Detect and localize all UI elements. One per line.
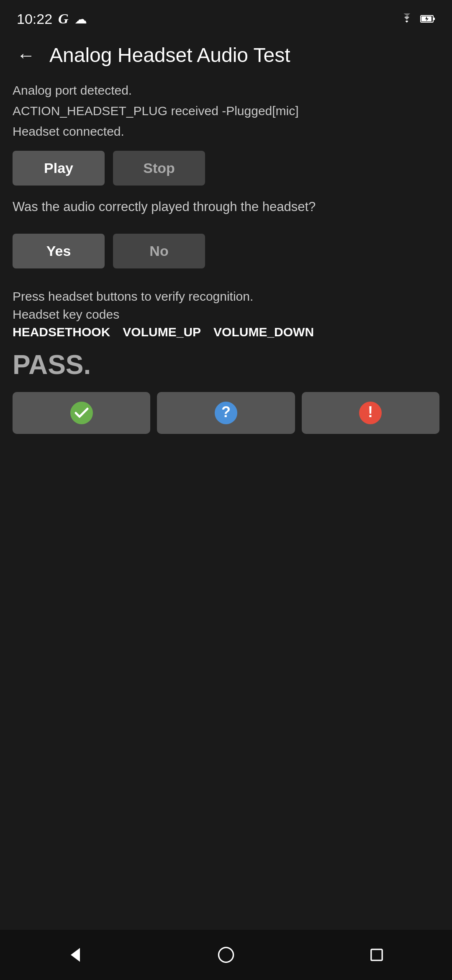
question-text: Was the audio correctly played through t… (13, 197, 439, 217)
svg-text:!: ! (368, 403, 373, 420)
log-line-3: Headset connected. (13, 122, 439, 141)
back-button[interactable]: ← (13, 46, 39, 64)
stop-button[interactable]: Stop (113, 151, 205, 186)
nav-home-button[interactable] (217, 946, 235, 964)
fail-button[interactable]: ! (302, 392, 439, 434)
question-icon: ? (214, 401, 238, 425)
play-button[interactable]: Play (13, 151, 105, 186)
status-bar: 10:22 G ☁ (0, 0, 452, 34)
toolbar: ← Analog Headset Audio Test (0, 34, 452, 77)
yes-button[interactable]: Yes (13, 234, 105, 268)
play-stop-row: Play Stop (13, 151, 439, 186)
nav-bar (0, 930, 452, 980)
svg-rect-1 (433, 18, 435, 20)
log-line-1: Analog port detected. (13, 81, 439, 100)
nav-recent-button[interactable] (367, 946, 386, 964)
nav-back-icon (66, 946, 85, 964)
cloud-icon: ☁ (74, 12, 87, 26)
svg-rect-11 (371, 949, 382, 960)
no-button[interactable]: No (113, 234, 205, 268)
google-icon: G (58, 11, 69, 27)
log-area: Analog port detected. ACTION_HEADSET_PLU… (13, 81, 439, 142)
pass-button[interactable] (13, 392, 150, 434)
page-title: Analog Headset Audio Test (49, 44, 290, 67)
battery-icon (420, 13, 435, 24)
nav-back-button[interactable] (66, 946, 85, 964)
pass-text: PASS. (13, 349, 439, 380)
main-content: Analog port detected. ACTION_HEADSET_PLU… (0, 77, 452, 694)
exclamation-icon: ! (359, 401, 382, 425)
key-codes-row: HEADSETHOOK VOLUME_UP VOLUME_DOWN (13, 325, 439, 339)
spacer (0, 694, 452, 930)
status-right (399, 13, 435, 24)
status-time: 10:22 (17, 11, 52, 27)
checkmark-icon (70, 401, 93, 425)
yes-no-row: Yes No (13, 234, 439, 268)
nav-recent-icon (367, 946, 386, 964)
key-code-headsethook: HEADSETHOOK (13, 325, 110, 339)
svg-point-10 (218, 947, 233, 962)
status-left: 10:22 G ☁ (17, 11, 87, 27)
action-buttons: ? ! (13, 392, 439, 434)
wifi-icon (399, 13, 414, 24)
key-code-volume-down: VOLUME_DOWN (213, 325, 314, 339)
key-codes-label: Headset key codes (13, 307, 439, 322)
nav-home-icon (217, 946, 235, 964)
log-line-2: ACTION_HEADSET_PLUG received -Plugged[mi… (13, 101, 439, 120)
key-code-volume-up: VOLUME_UP (123, 325, 201, 339)
instruction-text: Press headset buttons to verify recognit… (13, 287, 439, 306)
svg-point-4 (71, 402, 92, 424)
info-button[interactable]: ? (157, 392, 295, 434)
svg-text:?: ? (221, 403, 231, 420)
svg-marker-9 (71, 948, 80, 962)
